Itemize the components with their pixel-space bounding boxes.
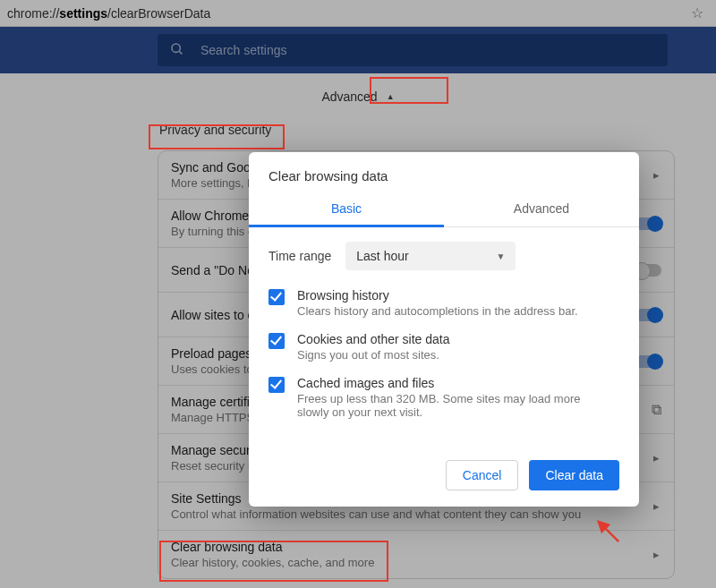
option-sub: Clears history and autocompletions in th… xyxy=(297,304,578,318)
checkbox-checked-icon[interactable] xyxy=(268,377,285,393)
time-range-select[interactable]: Last hour ▼ xyxy=(345,242,516,270)
tab-advanced[interactable]: Advanced xyxy=(444,196,639,226)
dialog-tabs: Basic Advanced xyxy=(249,196,639,227)
time-range-value: Last hour xyxy=(356,249,408,263)
dialog-actions: Cancel Clear data xyxy=(249,424,639,494)
tab-basic[interactable]: Basic xyxy=(249,196,444,227)
option-sub: Frees up less than 320 MB. Some sites ma… xyxy=(297,392,601,419)
dialog-title: Clear browsing data xyxy=(249,152,639,196)
option-title: Cached images and files xyxy=(297,376,601,390)
option-sub: Signs you out of most sites. xyxy=(297,348,449,362)
cancel-button[interactable]: Cancel xyxy=(446,460,519,490)
checkbox-checked-icon[interactable] xyxy=(268,333,285,349)
option-cached[interactable]: Cached images and filesFrees up less tha… xyxy=(249,367,639,424)
option-browsing-history[interactable]: Browsing historyClears history and autoc… xyxy=(249,279,639,323)
time-range-label: Time range xyxy=(268,249,331,263)
time-range-row: Time range Last hour ▼ xyxy=(249,227,639,279)
checkbox-checked-icon[interactable] xyxy=(268,289,285,305)
chevron-down-icon: ▼ xyxy=(496,251,505,261)
option-cookies[interactable]: Cookies and other site dataSigns you out… xyxy=(249,323,639,367)
clear-browsing-data-dialog: Clear browsing data Basic Advanced Time … xyxy=(249,152,639,507)
option-title: Cookies and other site data xyxy=(297,332,449,346)
option-title: Browsing history xyxy=(297,288,578,303)
clear-data-button[interactable]: Clear data xyxy=(529,460,619,490)
